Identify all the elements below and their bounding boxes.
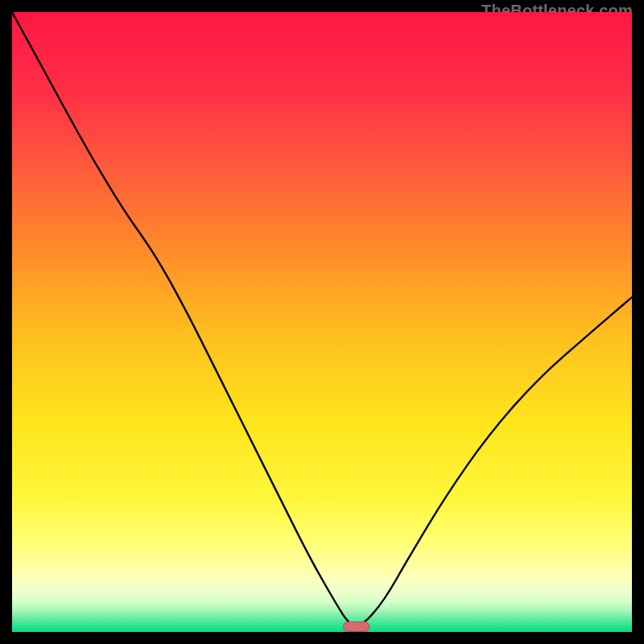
plot-area (12, 12, 632, 632)
svg-rect-0 (12, 12, 632, 632)
background-gradient (12, 12, 632, 632)
chart-stage: TheBottleneck.com (0, 0, 644, 644)
